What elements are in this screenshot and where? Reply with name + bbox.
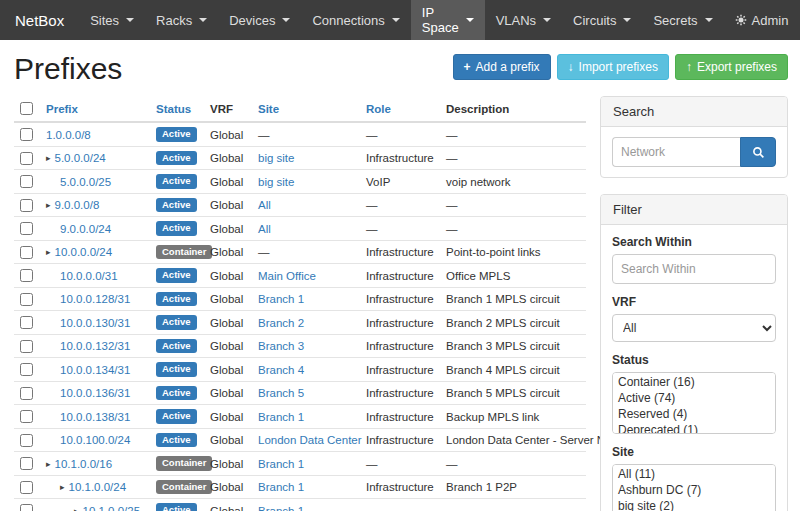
- status-label: Status: [612, 353, 776, 367]
- prefix-link[interactable]: 5.0.0.0/25: [60, 176, 111, 188]
- role-cell: —: [360, 193, 440, 217]
- prefix-link[interactable]: 10.1.0.0/25: [83, 505, 141, 511]
- row-checkbox[interactable]: [20, 316, 33, 329]
- page-header: Prefixes +Add a prefix↓Import prefixes↑E…: [0, 40, 800, 96]
- vrf-cell: Global: [204, 217, 252, 241]
- prefix-link[interactable]: 9.0.0.0/24: [60, 223, 111, 235]
- row-checkbox[interactable]: [20, 363, 33, 376]
- import-icon: ↓: [568, 61, 574, 73]
- site-link[interactable]: Branch 3: [258, 340, 304, 352]
- site-multiselect[interactable]: All (11)Ashburn DC (7)big site (2)Branch…: [612, 464, 776, 511]
- row-checkbox[interactable]: [20, 340, 33, 353]
- nav-link-devices[interactable]: Devices: [218, 0, 301, 40]
- row-checkbox[interactable]: [20, 457, 33, 470]
- select-all-checkbox[interactable]: [20, 102, 33, 115]
- role-cell: Infrastructure: [360, 264, 440, 288]
- description-cell: —: [440, 122, 586, 146]
- select-option[interactable]: Container (16): [614, 374, 774, 390]
- site-link[interactable]: All: [258, 223, 271, 235]
- row-checkbox[interactable]: [20, 434, 33, 447]
- site-link[interactable]: big site: [258, 176, 294, 188]
- row-checkbox[interactable]: [20, 152, 33, 165]
- vrf-cell: Global: [204, 428, 252, 452]
- site-link[interactable]: big site: [258, 152, 294, 164]
- site-link[interactable]: Branch 1: [258, 411, 304, 423]
- app-logo[interactable]: NetBox: [0, 0, 79, 40]
- row-checkbox[interactable]: [20, 128, 33, 141]
- prefix-link[interactable]: 10.0.0.130/31: [60, 317, 130, 329]
- sort-link-role[interactable]: Role: [366, 103, 391, 115]
- row-checkbox[interactable]: [20, 481, 33, 494]
- row-checkbox[interactable]: [20, 504, 33, 511]
- prefix-link[interactable]: 9.0.0.0/8: [55, 199, 100, 211]
- site-link[interactable]: Branch 5: [258, 387, 304, 399]
- nav-link-connections[interactable]: Connections: [301, 0, 410, 40]
- prefix-link[interactable]: 10.0.0.136/31: [60, 387, 130, 399]
- row-checkbox[interactable]: [20, 269, 33, 282]
- prefix-link[interactable]: 10.0.0.138/31: [60, 411, 130, 423]
- site-link[interactable]: Branch 1: [258, 481, 304, 493]
- vrf-cell: Global: [204, 287, 252, 311]
- prefix-link[interactable]: 10.0.0.132/31: [60, 340, 130, 352]
- sort-link-prefix[interactable]: Prefix: [46, 103, 78, 115]
- sort-link-status[interactable]: Status: [156, 103, 191, 115]
- sort-link-site[interactable]: Site: [258, 103, 279, 115]
- select-option[interactable]: Ashburn DC (7): [614, 482, 774, 498]
- vrf-select[interactable]: All: [612, 314, 776, 342]
- search-input[interactable]: [612, 137, 740, 167]
- add-a-prefix-button[interactable]: +Add a prefix: [453, 54, 551, 80]
- import-prefixes-button[interactable]: ↓Import prefixes: [557, 54, 669, 80]
- description-cell: Branch 5 MPLS circuit: [440, 381, 586, 405]
- prefix-link[interactable]: 10.0.0.0/31: [60, 270, 118, 282]
- prefix-link[interactable]: 10.1.0.0/16: [55, 458, 113, 470]
- row-checkbox[interactable]: [20, 175, 33, 188]
- prefix-link[interactable]: 10.0.100.0/24: [60, 434, 130, 446]
- nav-link-admin[interactable]: Admin: [724, 0, 800, 40]
- description-cell: Backup MPLS link: [440, 405, 586, 429]
- select-option[interactable]: big site (2): [614, 498, 774, 511]
- site-link[interactable]: Branch 1: [258, 505, 304, 511]
- table-row: 10.0.0.0/31ActiveGlobalMain OfficeInfras…: [14, 264, 586, 288]
- export-prefixes-button[interactable]: ↑Export prefixes: [675, 54, 788, 80]
- nav-link-sites[interactable]: Sites: [79, 0, 145, 40]
- site-link[interactable]: London Data Center: [258, 434, 362, 446]
- vrf-cell: Global: [204, 499, 252, 511]
- prefix-link[interactable]: 10.0.0.134/31: [60, 364, 130, 376]
- select-option[interactable]: All (11): [614, 466, 774, 482]
- prefix-link[interactable]: 10.1.0.0/24: [69, 481, 127, 493]
- row-checkbox[interactable]: [20, 222, 33, 235]
- row-checkbox[interactable]: [20, 246, 33, 259]
- description-cell: Office MPLS: [440, 264, 586, 288]
- search-button[interactable]: [740, 137, 776, 167]
- site-link[interactable]: All: [258, 199, 271, 211]
- search-within-input[interactable]: [612, 254, 776, 284]
- prefix-link[interactable]: 1.0.0.0/8: [46, 129, 91, 141]
- select-option[interactable]: Deprecated (1): [614, 422, 774, 434]
- nav-link-secrets[interactable]: Secrets: [642, 0, 723, 40]
- select-option[interactable]: Reserved (4): [614, 406, 774, 422]
- row-checkbox[interactable]: [20, 387, 33, 400]
- nav-link-vlans[interactable]: VLANs: [485, 0, 562, 40]
- site-link[interactable]: Branch 1: [258, 458, 304, 470]
- gear-icon: [735, 14, 747, 26]
- row-checkbox[interactable]: [20, 293, 33, 306]
- role-cell: Infrastructure: [360, 405, 440, 429]
- site-link[interactable]: Branch 4: [258, 364, 304, 376]
- nav-link-racks[interactable]: Racks: [145, 0, 218, 40]
- prefix-link[interactable]: 5.0.0.0/24: [55, 152, 106, 164]
- status-multiselect[interactable]: Container (16)Active (74)Reserved (4)Dep…: [612, 372, 776, 434]
- nav-link-ip-space[interactable]: IP Space: [411, 0, 485, 40]
- table-row: 10.0.0.130/31ActiveGlobalBranch 2Infrast…: [14, 311, 586, 335]
- row-checkbox[interactable]: [20, 199, 33, 212]
- navbar-right-menu: AdminProfileLog out: [724, 0, 800, 40]
- prefix-link[interactable]: 10.0.0.128/31: [60, 293, 130, 305]
- row-checkbox[interactable]: [20, 410, 33, 423]
- site-link[interactable]: Main Office: [258, 270, 316, 282]
- nav-link-circuits[interactable]: Circuits: [562, 0, 642, 40]
- site-link[interactable]: Branch 1: [258, 293, 304, 305]
- description-cell: Branch 3 MPLS circuit: [440, 334, 586, 358]
- select-option[interactable]: Active (74): [614, 390, 774, 406]
- prefix-link[interactable]: 10.0.0.0/24: [55, 246, 113, 258]
- description-cell: —: [440, 146, 586, 170]
- site-link[interactable]: Branch 2: [258, 317, 304, 329]
